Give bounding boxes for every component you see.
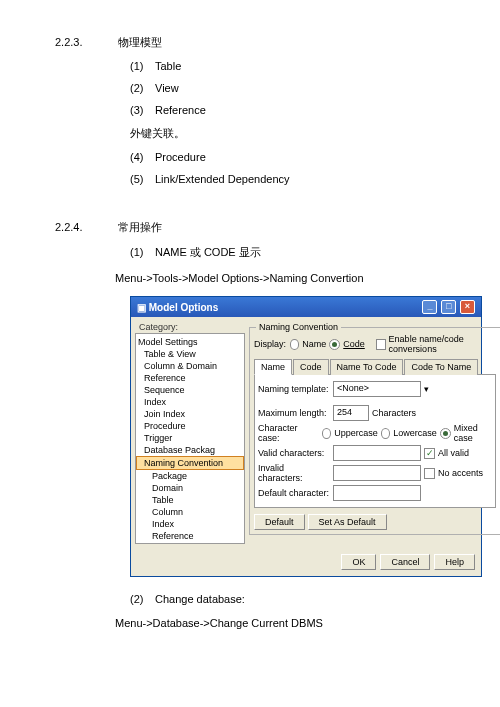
chevron-down-icon[interactable]: ▾ xyxy=(424,384,429,394)
tab-code[interactable]: Code xyxy=(293,359,329,375)
list-item: (5)Link/Extended Dependency xyxy=(130,173,445,185)
menu-path-text: Menu->Database->Change Current DBMS xyxy=(115,617,445,629)
display-label: Display: xyxy=(254,339,287,349)
enable-conversions-checkbox[interactable] xyxy=(376,339,386,350)
note-text: 外键关联。 xyxy=(130,126,445,141)
tree-item[interactable]: Table & View xyxy=(136,348,244,360)
list-item: (4)Procedure xyxy=(130,151,445,163)
all-valid-checkbox[interactable] xyxy=(424,448,435,459)
tree-item[interactable]: Join Index xyxy=(136,408,244,420)
tree-item[interactable]: Reference xyxy=(136,372,244,384)
category-tree[interactable]: Model Settings Table & View Column & Dom… xyxy=(135,333,245,544)
tree-item[interactable]: Index xyxy=(136,518,244,530)
max-length-input[interactable]: 254 xyxy=(333,405,369,421)
valid-chars-label: Valid characters: xyxy=(258,448,330,458)
minimize-icon[interactable]: _ xyxy=(422,300,437,314)
invalid-chars-label: Invalid characters: xyxy=(258,463,330,483)
section-heading: 2.2.4. 常用操作 xyxy=(55,220,445,235)
tree-item[interactable]: Table xyxy=(136,494,244,506)
tree-item[interactable]: Procedure xyxy=(136,420,244,432)
menu-path-text: Menu->Tools->Model Options->Naming Conve… xyxy=(115,272,445,284)
code-radio[interactable] xyxy=(329,339,340,350)
list-item: (3)Reference xyxy=(130,104,445,116)
tab-bar: Name Code Name To Code Code To Name xyxy=(254,358,496,375)
list-item: (2)Change database: xyxy=(130,593,445,605)
dialog-titlebar[interactable]: ▣ Model Options _ □ × xyxy=(131,297,481,317)
tab-name-to-code[interactable]: Name To Code xyxy=(330,359,404,375)
tree-item[interactable]: Sequence xyxy=(136,384,244,396)
default-char-input[interactable] xyxy=(333,485,421,501)
tree-item[interactable]: Column & Domain xyxy=(136,360,244,372)
section-title: 常用操作 xyxy=(118,221,162,233)
list-item: (2)View xyxy=(130,82,445,94)
cancel-button[interactable]: Cancel xyxy=(380,554,430,570)
max-length-label: Maximum length: xyxy=(258,408,330,418)
tab-name[interactable]: Name xyxy=(254,359,292,375)
list-item: (1)NAME 或 CODE 显示 xyxy=(130,245,445,260)
tree-item[interactable]: Domain xyxy=(136,482,244,494)
name-radio[interactable] xyxy=(290,339,300,350)
valid-chars-input[interactable] xyxy=(333,445,421,461)
tree-item[interactable]: Database Packag xyxy=(136,444,244,456)
close-icon[interactable]: × xyxy=(460,300,475,314)
maximize-icon[interactable]: □ xyxy=(441,300,456,314)
naming-convention-group: Naming Convention Display: Name Code Ena… xyxy=(249,327,500,535)
section-heading: 2.2.3. 物理模型 xyxy=(55,35,445,50)
mixedcase-radio[interactable] xyxy=(440,428,451,439)
lowercase-radio[interactable] xyxy=(381,428,391,439)
list-item: (1)Table xyxy=(130,60,445,72)
default-char-label: Default character: xyxy=(258,488,330,498)
tree-item-selected[interactable]: Naming Convention xyxy=(136,456,244,470)
naming-template-select[interactable]: <None> xyxy=(333,381,421,397)
no-accents-checkbox[interactable] xyxy=(424,468,435,479)
char-case-label: Character case: xyxy=(258,423,319,443)
uppercase-radio[interactable] xyxy=(322,428,332,439)
app-icon: ▣ xyxy=(137,302,146,313)
model-options-dialog: ▣ Model Options _ □ × Category: Model Se… xyxy=(130,296,482,577)
help-button[interactable]: Help xyxy=(434,554,475,570)
tree-item[interactable]: Column xyxy=(136,506,244,518)
tree-item[interactable]: Package xyxy=(136,470,244,482)
tree-item[interactable]: Reference xyxy=(136,530,244,542)
tree-item[interactable]: Trigger xyxy=(136,432,244,444)
set-as-default-button[interactable]: Set As Default xyxy=(308,514,387,530)
invalid-chars-input[interactable] xyxy=(333,465,421,481)
tab-code-to-name[interactable]: Code To Name xyxy=(404,359,478,375)
section-number: 2.2.3. xyxy=(55,36,115,48)
section-title: 物理模型 xyxy=(118,36,162,48)
naming-template-label: Naming template: xyxy=(258,384,330,394)
section-number: 2.2.4. xyxy=(55,221,115,233)
dialog-title: Model Options xyxy=(149,302,218,313)
tree-item[interactable]: Model Settings xyxy=(136,336,244,348)
category-label: Category: xyxy=(135,321,245,333)
tree-item[interactable]: Index xyxy=(136,396,244,408)
ok-button[interactable]: OK xyxy=(341,554,376,570)
default-button[interactable]: Default xyxy=(254,514,305,530)
group-title: Naming Convention xyxy=(256,322,341,332)
tree-item[interactable]: View Reference xyxy=(136,542,244,544)
